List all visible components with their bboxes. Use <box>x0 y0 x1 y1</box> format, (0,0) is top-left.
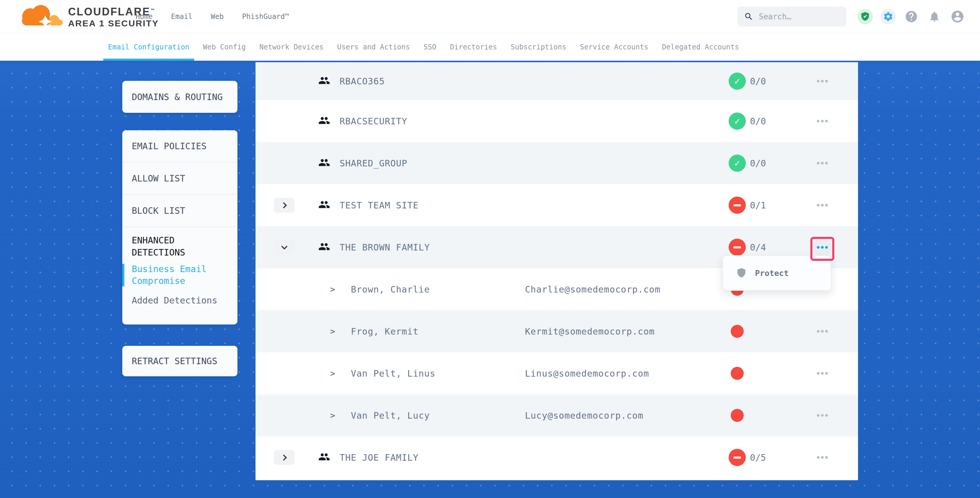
tab-directories[interactable]: Directories <box>445 33 502 61</box>
group-row: THE JOE FAMILY0/5 <box>256 436 858 479</box>
policies-list: EMAIL POLICIESALLOW LISTBLOCK LIST <box>122 130 237 227</box>
member-chevron-icon: > <box>330 326 335 336</box>
shield-check-icon[interactable] <box>858 9 873 24</box>
groups-table: RBACO365✓0/0RBACSECURITY✓0/0SHARED_GROUP… <box>256 62 858 480</box>
sidebar-item-block-list[interactable]: BLOCK LIST <box>122 195 237 227</box>
status-blocked-icon <box>729 197 746 214</box>
search-input[interactable] <box>759 12 830 21</box>
member-chevron-icon: > <box>330 369 335 379</box>
sidebar-label: DOMAINS & ROUTING <box>122 92 223 102</box>
tab-network-devices[interactable]: Network Devices <box>255 33 328 61</box>
group-icon <box>318 75 330 88</box>
group-row: TEST TEAM SITE0/1 <box>256 184 858 226</box>
row-email: Linus@somedemocorp.com <box>525 368 649 379</box>
row-count: 0/4 <box>750 242 766 253</box>
sidebar-item-email-policies[interactable]: EMAIL POLICIES <box>122 130 237 162</box>
search-icon <box>744 12 754 21</box>
row-name: Frog, Kermit <box>351 326 418 337</box>
sidebar-item-business-email-compromise[interactable]: Business Email Compromise <box>122 263 237 287</box>
row-name: SHARED_GROUP <box>340 158 407 169</box>
shield-icon <box>736 268 747 278</box>
status-ok-icon: ✓ <box>729 73 746 90</box>
member-row: >Van Pelt, LucyLucy@somedemocorp.com <box>256 395 858 436</box>
gear-icon[interactable] <box>881 9 896 24</box>
sidebar-policies-card: EMAIL POLICIESALLOW LISTBLOCK LIST ENHAN… <box>122 130 237 325</box>
protect-label: Protect <box>755 269 789 278</box>
protect-menu-item[interactable]: Protect <box>723 268 831 278</box>
help-icon[interactable] <box>904 9 919 24</box>
row-name: Brown, Charlie <box>351 284 430 294</box>
status-blocked-icon <box>729 239 746 256</box>
sidebar-item-enhanced-detections[interactable]: ENHANCED DETECTIONS <box>122 227 237 258</box>
row-menu-button[interactable] <box>807 414 837 417</box>
status-ok-icon: ✓ <box>729 113 746 130</box>
tab-subscriptions[interactable]: Subscriptions <box>506 33 571 61</box>
member-chevron-icon: > <box>330 285 335 294</box>
status-dot <box>731 325 744 338</box>
expand-button[interactable] <box>274 240 294 255</box>
top-nav-link-web[interactable]: Web <box>211 13 224 21</box>
chevron-down-icon <box>281 243 287 249</box>
chevron-right-icon <box>280 454 286 460</box>
row-name: RBACSECURITY <box>340 116 407 126</box>
sidebar-item-added-detections[interactable]: Added Detections <box>122 294 237 306</box>
row-email: Kermit@somedemocorp.com <box>525 326 655 337</box>
status-ok-icon: ✓ <box>729 154 746 172</box>
status-dot <box>731 367 744 380</box>
status-blocked-icon <box>729 449 746 466</box>
sidebar-label: RETRACT SETTINGS <box>122 356 217 366</box>
row-name: THE JOE FAMILY <box>340 452 418 463</box>
row-count: 0/5 <box>750 452 766 463</box>
search-box <box>738 6 846 27</box>
row-email: Charlie@somedemocorp.com <box>525 284 660 294</box>
app-header: CLOUDFLARE™ AREA 1 SECURITY HomeEmailWeb… <box>0 0 980 33</box>
group-row: RBACSECURITY✓0/0 <box>256 100 858 142</box>
row-menu-button[interactable] <box>807 330 837 333</box>
row-count: 0/0 <box>750 158 766 169</box>
row-name: Van Pelt, Linus <box>351 368 436 379</box>
group-icon <box>318 157 330 170</box>
tab-delegated-accounts[interactable]: Delegated Accounts <box>657 33 744 61</box>
top-nav-link-phishguard[interactable]: PhishGuard™ <box>242 13 289 21</box>
row-count: 0/1 <box>750 200 766 210</box>
row-menu-button[interactable] <box>807 80 837 83</box>
group-icon <box>318 199 330 212</box>
member-row: >Van Pelt, LinusLinus@somedemocorp.com <box>256 352 858 395</box>
tab-email-configuration[interactable]: Email Configuration <box>103 33 194 61</box>
status-dot <box>731 409 744 422</box>
row-menu-button[interactable] <box>807 120 837 123</box>
sidebar-item-allow-list[interactable]: ALLOW LIST <box>122 162 237 195</box>
tab-service-accounts[interactable]: Service Accounts <box>575 33 653 61</box>
cloudflare-cloud-icon <box>15 2 65 30</box>
enhanced-detections-list: Business Email CompromiseAdded Detection… <box>122 263 237 306</box>
group-icon <box>318 451 330 464</box>
top-nav-link-home[interactable]: Home <box>135 13 153 21</box>
tab-sso[interactable]: SSO <box>418 33 441 61</box>
row-name: TEST TEAM SITE <box>340 200 418 210</box>
row-menu-button[interactable] <box>807 204 837 207</box>
top-nav-link-email[interactable]: Email <box>171 13 192 21</box>
row-email: Lucy@somedemocorp.com <box>525 410 643 421</box>
annotation-highlight-box <box>810 237 834 261</box>
top-nav: HomeEmailWebPhishGuard™ <box>135 0 289 33</box>
row-menu-button[interactable] <box>807 162 837 165</box>
row-name: RBACO365 <box>340 76 385 86</box>
group-row: SHARED_GROUP✓0/0 <box>256 142 858 184</box>
bell-icon[interactable] <box>927 9 942 24</box>
config-tab-bar: Email ConfigurationWeb ConfigNetwork Dev… <box>0 33 980 61</box>
content-area: DOMAINS & ROUTING EMAIL POLICIESALLOW LI… <box>0 61 980 498</box>
tab-web-config[interactable]: Web Config <box>198 33 251 61</box>
expand-button[interactable] <box>274 450 294 465</box>
tab-users-and-actions[interactable]: Users and Actions <box>332 33 415 61</box>
row-count: 0/0 <box>750 116 766 126</box>
user-icon[interactable] <box>950 9 965 24</box>
group-icon <box>318 115 330 127</box>
row-menu-button[interactable] <box>807 372 837 375</box>
row-menu-button[interactable] <box>807 456 837 459</box>
sidebar-item-retract-settings[interactable]: RETRACT SETTINGS <box>122 346 237 376</box>
member-row: >Frog, KermitKermit@somedemocorp.com <box>256 310 858 352</box>
sidebar-item-domains-routing[interactable]: DOMAINS & ROUTING <box>122 81 237 113</box>
expand-button[interactable] <box>274 198 294 213</box>
chevron-right-icon <box>280 202 286 208</box>
group-row: RBACO365✓0/0 <box>256 62 858 100</box>
